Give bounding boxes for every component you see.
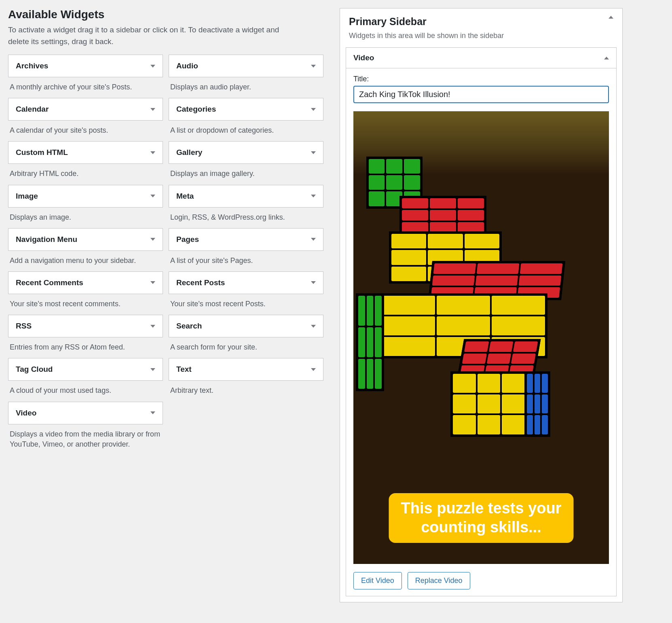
chevron-down-icon[interactable]: [311, 281, 316, 284]
widget-name-label: Calendar: [16, 105, 49, 114]
video-widget-header[interactable]: Video: [346, 48, 616, 68]
widget-header[interactable]: Image: [8, 185, 163, 208]
collapse-icon[interactable]: [604, 57, 609, 59]
chevron-down-icon[interactable]: [150, 411, 155, 414]
chevron-down-icon[interactable]: [150, 368, 155, 371]
widgets-grid: ArchivesA monthly archive of your site's…: [8, 55, 323, 449]
edit-video-button[interactable]: Edit Video: [353, 572, 402, 589]
widget-card: VideoDisplays a video from the media lib…: [8, 402, 163, 449]
widget-header[interactable]: Recent Comments: [8, 271, 163, 294]
widget-name-label: Categories: [176, 105, 216, 114]
primary-sidebar-description: Widgets in this area will be shown in th…: [340, 32, 622, 47]
widget-description: Your site's most recent comments.: [8, 294, 163, 309]
widget-name-label: Meta: [176, 192, 194, 201]
widget-header[interactable]: RSS: [8, 315, 163, 337]
video-widget-header-label: Video: [353, 53, 374, 62]
replace-video-button[interactable]: Replace Video: [408, 572, 470, 589]
widget-card: AudioDisplays an audio player.: [169, 55, 323, 92]
widget-card: ArchivesA monthly archive of your site's…: [8, 55, 163, 92]
widget-card: CategoriesA list or dropdown of categori…: [169, 98, 323, 136]
chevron-down-icon[interactable]: [311, 65, 316, 68]
chevron-down-icon[interactable]: [311, 368, 316, 371]
widget-header[interactable]: Archives: [8, 55, 163, 77]
widget-card: RSSEntries from any RSS or Atom feed.: [8, 315, 163, 352]
chevron-down-icon[interactable]: [150, 281, 155, 284]
video-caption-banner: This puzzle tests your counting skills..…: [389, 493, 574, 543]
chevron-down-icon[interactable]: [311, 108, 316, 111]
chevron-down-icon[interactable]: [311, 195, 316, 197]
widget-card: ImageDisplays an image.: [8, 185, 163, 222]
widget-description: Arbitrary text.: [169, 381, 323, 396]
widget-header[interactable]: Recent Posts: [169, 271, 323, 294]
collapse-icon[interactable]: [609, 16, 613, 19]
chevron-down-icon[interactable]: [150, 238, 155, 241]
widget-name-label: Recent Comments: [16, 278, 83, 287]
widget-name-label: Image: [16, 192, 38, 201]
video-actions-row: Edit Video Replace Video: [353, 572, 609, 589]
primary-sidebar-header[interactable]: Primary Sidebar: [340, 8, 622, 32]
widget-header[interactable]: Calendar: [8, 98, 163, 121]
widget-description: A list or dropdown of categories.: [169, 121, 323, 136]
video-thumbnail-graphic: [353, 157, 609, 482]
widget-header[interactable]: Audio: [169, 55, 323, 77]
widget-header[interactable]: Text: [169, 358, 323, 381]
widget-header[interactable]: Meta: [169, 185, 323, 208]
widget-description: Login, RSS, & WordPress.org links.: [169, 208, 323, 222]
widget-header[interactable]: Search: [169, 315, 323, 337]
widget-card: TextArbitrary text.: [169, 358, 323, 396]
chevron-down-icon[interactable]: [311, 151, 316, 154]
widget-name-label: Pages: [176, 235, 199, 244]
chevron-down-icon[interactable]: [311, 325, 316, 328]
widget-name-label: Audio: [176, 61, 198, 70]
widget-description: A cloud of your most used tags.: [8, 381, 163, 396]
widget-name-label: Custom HTML: [16, 148, 68, 157]
widget-header[interactable]: Navigation Menu: [8, 228, 163, 251]
widget-card: Tag CloudA cloud of your most used tags.: [8, 358, 163, 396]
widget-description: Displays a video from the media library …: [8, 424, 163, 449]
widget-description: Displays an audio player.: [169, 77, 323, 92]
widget-header[interactable]: Categories: [169, 98, 323, 121]
widget-card: MetaLogin, RSS, & WordPress.org links.: [169, 185, 323, 222]
chevron-down-icon[interactable]: [150, 195, 155, 197]
widget-description: Entries from any RSS or Atom feed.: [8, 337, 163, 352]
widget-card: SearchA search form for your site.: [169, 315, 323, 352]
widget-name-label: Navigation Menu: [16, 235, 77, 244]
widget-card: PagesA list of your site's Pages.: [169, 228, 323, 266]
widget-name-label: Archives: [16, 61, 48, 70]
widget-card: GalleryDisplays an image gallery.: [169, 141, 323, 179]
widget-description: Displays an image.: [8, 208, 163, 222]
video-title-input[interactable]: [353, 86, 609, 103]
widget-name-label: Video: [16, 409, 36, 417]
widget-name-label: Tag Cloud: [16, 365, 53, 374]
widget-name-label: Gallery: [176, 148, 202, 157]
sidebar-panel-column: Primary Sidebar Widgets in this area wil…: [340, 8, 623, 602]
widget-description: A list of your site's Pages.: [169, 251, 323, 266]
chevron-down-icon[interactable]: [150, 65, 155, 68]
widget-name-label: Recent Posts: [176, 278, 225, 287]
widget-description: A calendar of your site's posts.: [8, 121, 163, 136]
widget-header[interactable]: Tag Cloud: [8, 358, 163, 381]
widget-name-label: RSS: [16, 322, 32, 331]
available-widgets-heading: Available Widgets: [8, 8, 323, 21]
primary-sidebar-panel: Primary Sidebar Widgets in this area wil…: [340, 8, 623, 602]
widget-card: Recent CommentsYour site's most recent c…: [8, 271, 163, 309]
widget-header[interactable]: Video: [8, 402, 163, 424]
primary-sidebar-title: Primary Sidebar: [349, 16, 427, 28]
widget-header[interactable]: Gallery: [169, 141, 323, 164]
widget-header[interactable]: Pages: [169, 228, 323, 251]
widget-description: Add a navigation menu to your sidebar.: [8, 251, 163, 266]
chevron-down-icon[interactable]: [150, 151, 155, 154]
available-widgets-section: Available Widgets To activate a widget d…: [8, 8, 323, 602]
chevron-down-icon[interactable]: [150, 108, 155, 111]
widget-card: Recent PostsYour site's most recent Post…: [169, 271, 323, 309]
widget-description: A monthly archive of your site's Posts.: [8, 77, 163, 92]
widget-description: A search form for your site.: [169, 337, 323, 352]
widget-card: CalendarA calendar of your site's posts.: [8, 98, 163, 136]
widget-name-label: Search: [176, 322, 202, 331]
video-preview: This puzzle tests your counting skills..…: [353, 111, 609, 564]
chevron-down-icon[interactable]: [150, 325, 155, 328]
widget-header[interactable]: Custom HTML: [8, 141, 163, 164]
widget-description: Displays an image gallery.: [169, 164, 323, 179]
video-widget-body: Title:: [346, 68, 616, 596]
chevron-down-icon[interactable]: [311, 238, 316, 241]
